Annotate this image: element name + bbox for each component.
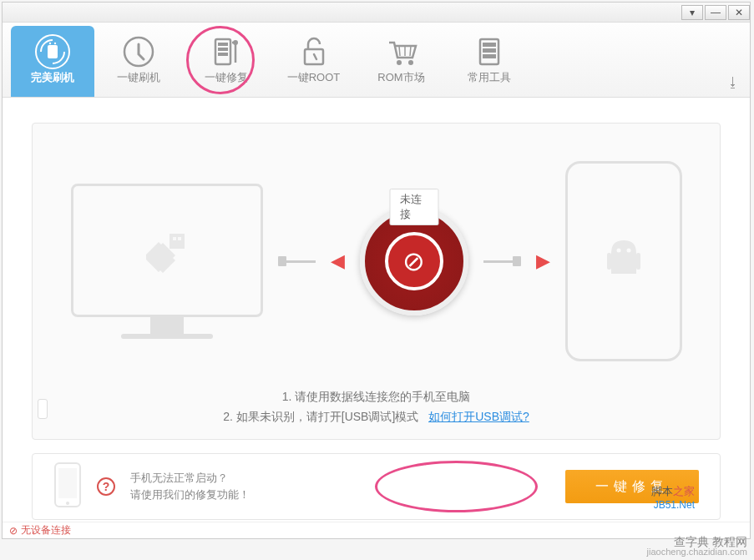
svg-rect-22 — [178, 237, 181, 240]
window-minimize-button[interactable]: — — [705, 5, 726, 20]
svg-rect-19 — [483, 54, 496, 58]
svg-rect-21 — [173, 237, 176, 240]
svg-point-26 — [626, 249, 630, 253]
no-device-icon: ⊘ — [9, 525, 18, 537]
download-icon[interactable]: ⭳ — [726, 75, 740, 90]
connection-status-label: 未连接 — [389, 189, 438, 225]
statusbar-text: 无设备连接 — [21, 523, 71, 537]
svg-rect-28 — [58, 468, 77, 498]
blocked-icon: ⊘ — [402, 245, 425, 277]
svg-point-29 — [66, 502, 69, 505]
titlebar: ▾ — ✕ — [3, 3, 750, 23]
svg-line-15 — [410, 46, 411, 56]
lock-unlock-icon — [270, 33, 357, 70]
svg-rect-6 — [218, 43, 228, 46]
svg-rect-20 — [170, 234, 185, 249]
tab-oneclick-flash[interactable]: 一键刷机 — [94, 26, 182, 97]
svg-rect-1 — [48, 45, 58, 58]
phone-icon — [565, 161, 682, 361]
svg-rect-7 — [218, 48, 228, 51]
tab-label: 一键修复 — [182, 70, 270, 85]
computer-icon — [71, 184, 263, 339]
toolbar: 完美刷机 一键刷机 一键修复 一键ROOT ROM市场 — [3, 23, 750, 98]
tab-label: 一键刷机 — [94, 70, 182, 85]
question-icon: ? — [97, 477, 115, 496]
refresh-touch-icon — [94, 33, 182, 70]
connection-panel: ◀ 未连接 ⊘ ▶ 1. 请使用数据线连接您的手机至电脑 2. 如果未识别，请打… — [32, 123, 721, 440]
instruction-line-1: 1. 请使用数据线连接您的手机至电脑 — [33, 386, 720, 406]
tab-oneclick-root[interactable]: 一键ROOT — [270, 26, 357, 97]
instruction-line-2: 2. 如果未识别，请打开[USB调试]模式 — [223, 410, 418, 423]
instructions-text: 1. 请使用数据线连接您的手机至电脑 2. 如果未识别，请打开[USB调试]模式… — [33, 386, 720, 426]
tab-label: ROM市场 — [357, 70, 445, 85]
svg-rect-17 — [483, 43, 496, 47]
phone-small-icon — [53, 462, 82, 512]
svg-rect-24 — [636, 253, 640, 270]
tab-rom-market[interactable]: ROM市场 — [357, 26, 445, 97]
window-dropdown-button[interactable]: ▾ — [681, 5, 703, 20]
tab-oneclick-repair[interactable]: 一键修复 — [182, 26, 270, 97]
repair-promo-panel: ? 手机无法正常启动？ 请使用我们的修复功能！ 一键修复 脚本之家 JB51.N… — [32, 453, 721, 520]
arrow-left-icon: ◀ — [331, 250, 345, 272]
svg-point-12 — [408, 60, 413, 65]
svg-point-25 — [616, 249, 620, 253]
tab-perfect-flash[interactable]: 完美刷机 — [11, 26, 94, 97]
cart-icon — [357, 33, 445, 70]
svg-rect-10 — [305, 49, 323, 64]
tab-label: 一键ROOT — [270, 70, 357, 85]
svg-point-3 — [54, 42, 56, 43]
tab-common-tools[interactable]: 常用工具 — [445, 26, 533, 97]
brand-label: 脚本之家 JB51.Net — [651, 484, 695, 511]
usb-cable-right-icon — [483, 256, 521, 266]
repair-tools-icon — [182, 33, 270, 70]
svg-rect-23 — [607, 253, 611, 270]
arrow-right-icon: ▶ — [536, 250, 550, 272]
connection-status-indicator: 未连接 ⊘ — [360, 207, 468, 315]
main-content: ◀ 未连接 ⊘ ▶ 1. 请使用数据线连接您的手机至电脑 2. 如果未识别，请打… — [3, 98, 750, 520]
svg-point-9 — [233, 40, 238, 45]
panel-handle-icon — [38, 399, 48, 419]
statusbar: ⊘ 无设备连接 — [3, 522, 750, 538]
toolbox-icon — [445, 33, 533, 70]
tab-label: 常用工具 — [445, 70, 533, 85]
watermark-label: 查字典 教程网 jiaocheng.chazidian.com — [647, 537, 747, 557]
usb-debug-help-link[interactable]: 如何打开USB调试? — [428, 410, 529, 423]
window-close-button[interactable]: ✕ — [728, 5, 750, 20]
android-refresh-icon — [11, 33, 94, 70]
svg-point-11 — [397, 60, 402, 65]
svg-rect-18 — [483, 48, 496, 53]
svg-point-2 — [49, 42, 51, 43]
svg-line-13 — [399, 46, 400, 56]
svg-rect-8 — [218, 53, 228, 56]
tab-label: 完美刷机 — [11, 70, 94, 85]
usb-cable-left-icon — [278, 256, 316, 266]
promo-text: 手机无法正常启动？ 请使用我们的修复功能！ — [130, 470, 565, 503]
